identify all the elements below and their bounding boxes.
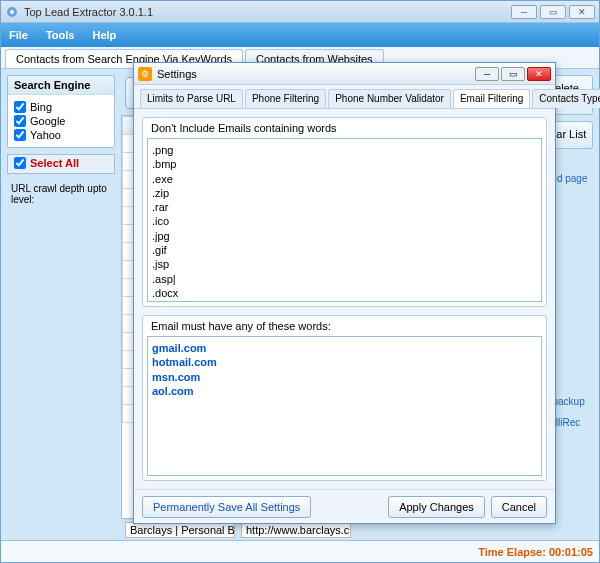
time-elapse: Time Elapse: 00:01:05 — [478, 546, 593, 558]
minimize-button[interactable]: ─ — [511, 5, 537, 19]
menu-file[interactable]: File — [9, 29, 28, 41]
main-titlebar[interactable]: Top Lead Extractor 3.0.1.1 ─ ▭ ✕ — [1, 1, 599, 23]
menu-tools[interactable]: Tools — [46, 29, 75, 41]
settings-close-button[interactable]: ✕ — [527, 67, 551, 81]
url-crawl-label: URL crawl depth upto level: — [7, 180, 115, 208]
settings-footer: Permanently Save All Settings Apply Chan… — [134, 489, 555, 523]
app-icon — [5, 5, 19, 19]
cb-yahoo[interactable]: Yahoo — [14, 129, 108, 141]
close-button[interactable]: ✕ — [569, 5, 595, 19]
settings-titlebar[interactable]: ⚙ Settings ─ ▭ ✕ — [134, 63, 555, 85]
search-engine-panel: Search Engine Bing Google Yahoo — [7, 75, 115, 148]
select-all[interactable]: Select All — [7, 154, 115, 174]
select-all-input[interactable] — [14, 157, 26, 169]
exclude-words-group: Don't Include Emails containing words .p… — [142, 117, 547, 307]
settings-minimize-button[interactable]: ─ — [475, 67, 499, 81]
tab-limits[interactable]: Limits to Parse URL — [140, 89, 243, 108]
settings-tabs: Limits to Parse URL Phone Filtering Phon… — [134, 85, 555, 109]
maximize-button[interactable]: ▭ — [540, 5, 566, 19]
tab-email-filtering[interactable]: Email Filtering — [453, 89, 530, 108]
exclude-words-label: Don't Include Emails containing words — [143, 118, 546, 134]
cancel-button[interactable]: Cancel — [491, 496, 547, 518]
settings-icon: ⚙ — [138, 67, 152, 81]
must-have-textarea[interactable]: gmail.com hotmail.com msn.com aol.com — [147, 336, 542, 476]
cb-bing[interactable]: Bing — [14, 101, 108, 113]
statusbar: Time Elapse: 00:01:05 — [1, 540, 599, 562]
settings-maximize-button[interactable]: ▭ — [501, 67, 525, 81]
tab-phone-filtering[interactable]: Phone Filtering — [245, 89, 326, 108]
must-have-label: Email must have any of these words: — [143, 316, 546, 332]
exclude-words-textarea[interactable]: .png .bmp .exe .zip .rar .ico .jpg .gif … — [147, 138, 542, 302]
settings-dialog: ⚙ Settings ─ ▭ ✕ Limits to Parse URL Pho… — [133, 62, 556, 524]
cb-yahoo-input[interactable] — [14, 129, 26, 141]
cb-google-input[interactable] — [14, 115, 26, 127]
save-settings-button[interactable]: Permanently Save All Settings — [142, 496, 311, 518]
bottom-field-1: Barclays | Personal Ba… — [125, 522, 235, 538]
cb-google[interactable]: Google — [14, 115, 108, 127]
svg-point-1 — [10, 10, 14, 14]
app-title: Top Lead Extractor 3.0.1.1 — [24, 6, 511, 18]
must-have-group: Email must have any of these words: gmai… — [142, 315, 547, 481]
tab-phone-validator[interactable]: Phone Number Validator — [328, 89, 451, 108]
settings-title: Settings — [157, 68, 475, 80]
apply-button[interactable]: Apply Changes — [388, 496, 485, 518]
cb-bing-input[interactable] — [14, 101, 26, 113]
bottom-field-2: http://www.barclays.c — [241, 522, 351, 538]
tab-contacts-types[interactable]: Contacts Types — [532, 89, 600, 108]
menu-help[interactable]: Help — [92, 29, 116, 41]
search-engine-header: Search Engine — [8, 76, 114, 95]
menubar: File Tools Help — [1, 23, 599, 47]
